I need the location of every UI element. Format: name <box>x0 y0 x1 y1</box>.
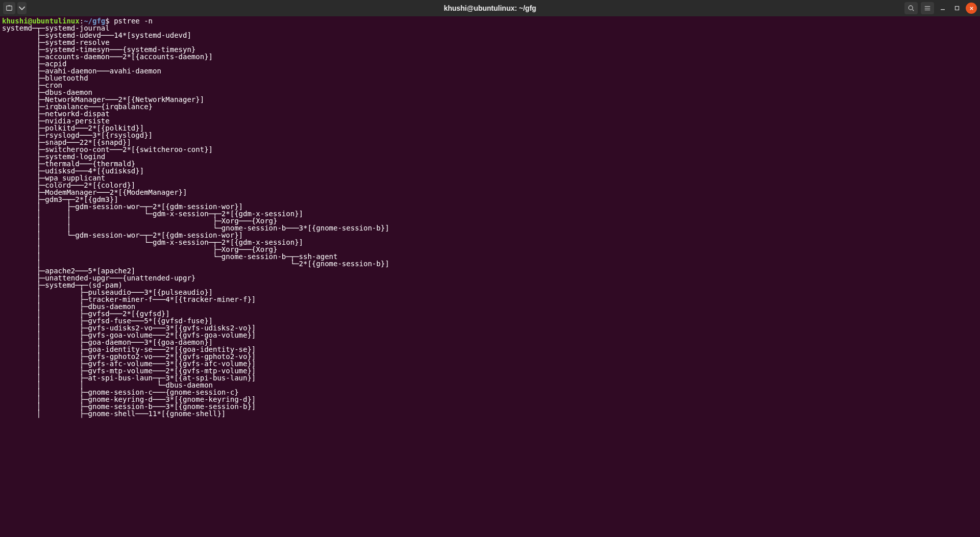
svg-rect-4 <box>941 9 945 10</box>
terminal-tab-icon <box>6 5 13 12</box>
svg-rect-1 <box>8 5 10 6</box>
pstree-output: systemd─┬─systemd-journal ├─systemd-udev… <box>2 24 389 418</box>
command-text: pstree -n <box>114 17 153 25</box>
svg-line-3 <box>913 10 914 11</box>
chevron-down-icon <box>18 5 26 12</box>
maximize-icon <box>954 5 960 11</box>
titlebar-left <box>3 2 27 14</box>
close-icon <box>969 6 974 11</box>
svg-rect-0 <box>7 6 12 11</box>
titlebar: khushi@ubuntulinux: ~/gfg <box>0 0 980 16</box>
window-title: khushi@ubuntulinux: ~/gfg <box>0 4 980 12</box>
minimize-button[interactable] <box>937 3 948 14</box>
search-button[interactable] <box>904 2 918 14</box>
svg-rect-5 <box>955 7 959 10</box>
terminal-area[interactable]: khushi@ubuntulinux:~/gfg$ pstree -n syst… <box>0 16 980 418</box>
titlebar-right <box>904 2 977 14</box>
tab-dropdown-button[interactable] <box>17 2 27 14</box>
close-button[interactable] <box>966 3 977 14</box>
svg-point-2 <box>909 6 913 10</box>
minimize-icon <box>940 5 946 11</box>
new-tab-button[interactable] <box>3 2 15 14</box>
maximize-button[interactable] <box>951 3 963 14</box>
search-icon <box>908 5 915 12</box>
hamburger-menu-button[interactable] <box>921 2 934 14</box>
hamburger-icon <box>924 5 931 12</box>
